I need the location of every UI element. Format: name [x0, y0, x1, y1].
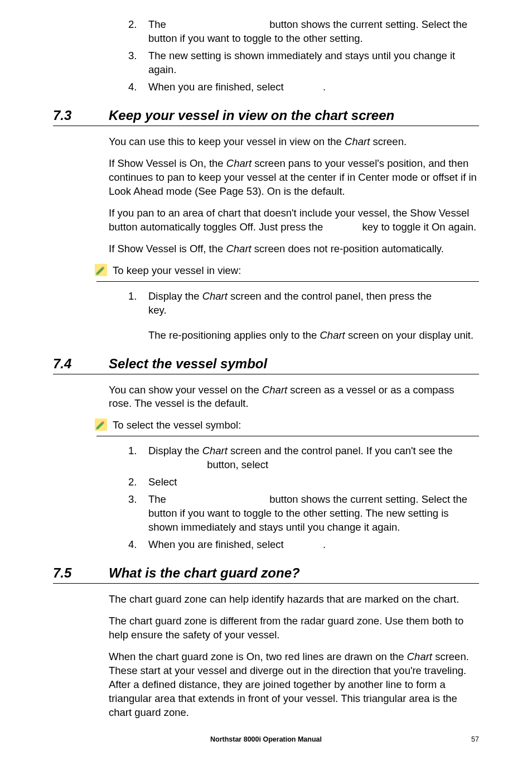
section-number: 7.3: [53, 108, 92, 123]
section-number: 7.4: [53, 356, 92, 372]
list-number: 2.: [128, 475, 145, 489]
list-number: 3.: [128, 49, 145, 77]
footer-title: Northstar 8000i Operation Manual: [210, 735, 322, 743]
pencil-icon: [95, 264, 107, 276]
list-item: 3. The new setting is shown immediately …: [128, 49, 479, 77]
section-heading-74: 7.4 Select the vessel symbol: [53, 356, 479, 372]
list-item: 1. Display the Chart screen and the cont…: [128, 290, 479, 318]
body-paragraph: When the chart guard zone is On, two red…: [109, 650, 479, 720]
section-title: Select the vessel symbol: [109, 356, 267, 372]
list-number: 1.: [128, 290, 145, 318]
list-number: 3.: [128, 493, 145, 535]
body-paragraph: If Show Vessel is Off, the Chart screen …: [109, 242, 479, 256]
section-heading-73: 7.3 Keep your vessel in view on the char…: [53, 108, 479, 123]
pencil-row: To select the vessel symbol:: [95, 419, 479, 432]
list-text: Display the Chart screen and the control…: [148, 444, 453, 472]
list-text: When you are finished, select .: [148, 80, 326, 94]
section-title: What is the chart guard zone?: [109, 565, 300, 581]
list-item: 1. Display the Chart screen and the cont…: [128, 444, 479, 472]
body-paragraph: If Show Vessel is On, the Chart screen p…: [109, 157, 479, 199]
list-item: 3. The button shows the current setting.…: [128, 493, 479, 535]
list-number: 1.: [128, 444, 145, 472]
list-text: Select: [148, 475, 177, 489]
list-text: Display the Chart screen and the control…: [148, 290, 460, 318]
list-text: The button shows the current setting. Se…: [148, 18, 479, 46]
top-numbered-list: 2. The button shows the current setting.…: [128, 18, 479, 94]
sub-numbered-list: 1. Display the Chart screen and the cont…: [128, 290, 479, 318]
sub-divider: [96, 436, 479, 436]
list-text: The new setting is shown immediately and…: [148, 49, 479, 77]
list-item: 2. The button shows the current setting.…: [128, 18, 479, 46]
page-container: 2. The button shows the current setting.…: [0, 0, 532, 760]
list-text: The button shows the current setting. Se…: [148, 493, 479, 535]
sub-paragraph: The re-positioning applies only to the C…: [148, 329, 479, 343]
section-number: 7.5: [53, 565, 92, 581]
list-number: 4.: [128, 538, 145, 552]
pencil-row: To keep your vessel in view:: [95, 264, 479, 278]
body-paragraph: The chart guard zone is different from t…: [109, 614, 479, 642]
sub-numbered-list: 1. Display the Chart screen and the cont…: [128, 444, 479, 552]
list-number: 2.: [128, 18, 145, 46]
pencil-text: To keep your vessel in view:: [113, 264, 241, 278]
section-divider: [53, 583, 479, 584]
body-paragraph: You can use this to keep your vessel in …: [109, 135, 479, 149]
body-paragraph: The chart guard zone can help identify h…: [109, 593, 479, 607]
pencil-text: To select the vessel symbol:: [113, 419, 241, 432]
body-paragraph: If you pan to an area of chart that does…: [109, 206, 479, 234]
section-divider: [53, 126, 479, 126]
list-text: When you are finished, select .: [148, 538, 326, 552]
list-item: 4. When you are finished, select .: [128, 538, 479, 552]
section-divider: [53, 374, 479, 374]
page-footer: Northstar 8000i Operation Manual 57: [53, 735, 479, 743]
list-item: 4. When you are finished, select .: [128, 80, 479, 94]
list-item: 2. Select: [128, 475, 479, 489]
section-heading-75: 7.5 What is the chart guard zone?: [53, 565, 479, 581]
sub-divider: [96, 281, 479, 282]
pencil-icon: [95, 419, 107, 431]
section-title: Keep your vessel in view on the chart sc…: [109, 108, 394, 123]
footer-page-number: 57: [471, 735, 479, 743]
list-number: 4.: [128, 80, 145, 94]
body-paragraph: You can show your vessel on the Chart sc…: [109, 383, 479, 411]
